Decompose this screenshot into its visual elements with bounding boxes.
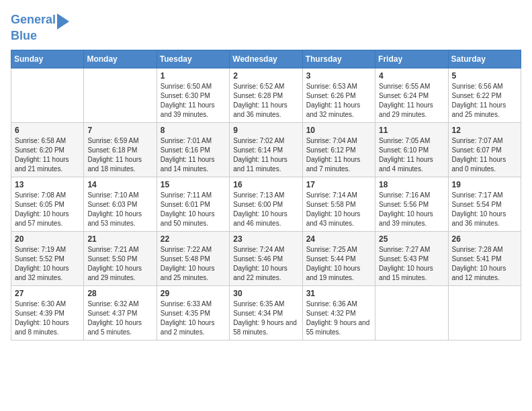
day-info: Sunrise: 6:32 AM Sunset: 4:37 PM Dayligh…: [87, 300, 152, 337]
day-number: 6: [15, 126, 80, 135]
calendar-cell: 8Sunrise: 7:01 AM Sunset: 6:16 PM Daylig…: [157, 122, 229, 177]
calendar-cell: 7Sunrise: 6:59 AM Sunset: 6:18 PM Daylig…: [84, 122, 157, 177]
calendar-cell: 28Sunrise: 6:32 AM Sunset: 4:37 PM Dayli…: [84, 285, 157, 340]
day-info: Sunrise: 7:01 AM Sunset: 6:16 PM Dayligh…: [161, 136, 226, 174]
day-info: Sunrise: 6:33 AM Sunset: 4:35 PM Dayligh…: [161, 300, 226, 337]
calendar-cell: 31Sunrise: 6:36 AM Sunset: 4:32 PM Dayli…: [302, 285, 375, 340]
calendar-cell: 11Sunrise: 7:05 AM Sunset: 6:10 PM Dayli…: [375, 122, 448, 177]
calendar-header-monday: Monday: [84, 50, 157, 68]
calendar-header-tuesday: Tuesday: [157, 50, 229, 68]
day-number: 9: [233, 126, 298, 135]
day-info: Sunrise: 7:10 AM Sunset: 6:03 PM Dayligh…: [87, 191, 152, 228]
calendar-cell: 21Sunrise: 7:21 AM Sunset: 5:50 PM Dayli…: [84, 231, 157, 285]
calendar-cell: 27Sunrise: 6:30 AM Sunset: 4:39 PM Dayli…: [11, 285, 84, 340]
day-number: 25: [379, 234, 444, 244]
logo-subtext: Blue: [11, 30, 37, 43]
day-info: Sunrise: 7:25 AM Sunset: 5:44 PM Dayligh…: [306, 245, 371, 283]
calendar-cell: 17Sunrise: 7:14 AM Sunset: 5:58 PM Dayli…: [302, 177, 375, 231]
calendar-cell: 25Sunrise: 7:27 AM Sunset: 5:43 PM Dayli…: [375, 231, 448, 285]
day-info: Sunrise: 6:35 AM Sunset: 4:34 PM Dayligh…: [233, 300, 298, 337]
calendar-cell: 15Sunrise: 7:11 AM Sunset: 6:01 PM Dayli…: [157, 177, 229, 231]
calendar-cell: 19Sunrise: 7:17 AM Sunset: 5:54 PM Dayli…: [448, 177, 521, 231]
calendar-cell: [375, 285, 448, 340]
calendar-cell: [448, 285, 521, 340]
calendar-week-row: 13Sunrise: 7:08 AM Sunset: 6:05 PM Dayli…: [11, 177, 521, 231]
day-info: Sunrise: 7:02 AM Sunset: 6:14 PM Dayligh…: [233, 136, 298, 174]
day-number: 2: [233, 71, 298, 81]
logo-text: General: [11, 13, 56, 27]
day-info: Sunrise: 7:11 AM Sunset: 6:01 PM Dayligh…: [161, 191, 226, 228]
calendar-header-row: SundayMondayTuesdayWednesdayThursdayFrid…: [11, 50, 521, 68]
calendar-cell: 12Sunrise: 7:07 AM Sunset: 6:07 PM Dayli…: [448, 122, 521, 177]
day-number: 27: [15, 289, 80, 298]
day-number: 16: [233, 180, 298, 189]
day-info: Sunrise: 6:52 AM Sunset: 6:28 PM Dayligh…: [233, 82, 298, 120]
calendar-cell: 22Sunrise: 7:22 AM Sunset: 5:48 PM Dayli…: [157, 231, 229, 285]
calendar-header-friday: Friday: [375, 50, 448, 68]
calendar-cell: 18Sunrise: 7:16 AM Sunset: 5:56 PM Dayli…: [375, 177, 448, 231]
calendar-cell: 5Sunrise: 6:56 AM Sunset: 6:22 PM Daylig…: [448, 68, 521, 122]
calendar-week-row: 6Sunrise: 6:58 AM Sunset: 6:20 PM Daylig…: [11, 122, 521, 177]
day-number: 23: [233, 234, 298, 244]
calendar-cell: 29Sunrise: 6:33 AM Sunset: 4:35 PM Dayli…: [157, 285, 229, 340]
day-number: 29: [161, 289, 226, 298]
calendar-cell: 1Sunrise: 6:50 AM Sunset: 6:30 PM Daylig…: [157, 68, 229, 122]
day-info: Sunrise: 6:30 AM Sunset: 4:39 PM Dayligh…: [15, 300, 80, 337]
day-number: 31: [306, 289, 371, 298]
logo-arrow-icon: [57, 13, 69, 30]
calendar-cell: 20Sunrise: 7:19 AM Sunset: 5:52 PM Dayli…: [11, 231, 84, 285]
calendar-cell: [84, 68, 157, 122]
day-info: Sunrise: 7:27 AM Sunset: 5:43 PM Dayligh…: [379, 245, 444, 283]
day-number: 11: [379, 126, 444, 135]
day-info: Sunrise: 7:17 AM Sunset: 5:54 PM Dayligh…: [452, 191, 517, 228]
day-number: 17: [306, 180, 371, 189]
day-info: Sunrise: 6:56 AM Sunset: 6:22 PM Dayligh…: [452, 82, 517, 120]
day-number: 1: [161, 71, 226, 81]
day-number: 8: [161, 126, 226, 135]
calendar-cell: 9Sunrise: 7:02 AM Sunset: 6:14 PM Daylig…: [230, 122, 302, 177]
day-number: 21: [87, 234, 152, 244]
day-number: 19: [452, 180, 517, 189]
day-number: 12: [452, 126, 517, 135]
day-info: Sunrise: 7:16 AM Sunset: 5:56 PM Dayligh…: [379, 191, 444, 228]
calendar-cell: 4Sunrise: 6:55 AM Sunset: 6:24 PM Daylig…: [375, 68, 448, 122]
day-number: 28: [87, 289, 152, 298]
day-info: Sunrise: 7:13 AM Sunset: 6:00 PM Dayligh…: [233, 191, 298, 228]
day-number: 14: [87, 180, 152, 189]
calendar-header-sunday: Sunday: [11, 50, 84, 68]
calendar-cell: 13Sunrise: 7:08 AM Sunset: 6:05 PM Dayli…: [11, 177, 84, 231]
calendar-header-wednesday: Wednesday: [230, 50, 302, 68]
calendar-table: SundayMondayTuesdayWednesdayThursdayFrid…: [11, 50, 521, 340]
day-info: Sunrise: 7:08 AM Sunset: 6:05 PM Dayligh…: [15, 191, 80, 228]
day-info: Sunrise: 6:55 AM Sunset: 6:24 PM Dayligh…: [379, 82, 444, 120]
day-info: Sunrise: 7:21 AM Sunset: 5:50 PM Dayligh…: [87, 245, 152, 283]
calendar-week-row: 20Sunrise: 7:19 AM Sunset: 5:52 PM Dayli…: [11, 231, 521, 285]
calendar-cell: 23Sunrise: 7:24 AM Sunset: 5:46 PM Dayli…: [230, 231, 302, 285]
calendar-cell: 14Sunrise: 7:10 AM Sunset: 6:03 PM Dayli…: [84, 177, 157, 231]
calendar-week-row: 1Sunrise: 6:50 AM Sunset: 6:30 PM Daylig…: [11, 68, 521, 122]
calendar-cell: 3Sunrise: 6:53 AM Sunset: 6:26 PM Daylig…: [302, 68, 375, 122]
page-header: General Blue: [11, 11, 521, 43]
logo: General Blue: [11, 11, 69, 43]
day-info: Sunrise: 7:24 AM Sunset: 5:46 PM Dayligh…: [233, 245, 298, 283]
day-info: Sunrise: 7:22 AM Sunset: 5:48 PM Dayligh…: [161, 245, 226, 283]
calendar-cell: 10Sunrise: 7:04 AM Sunset: 6:12 PM Dayli…: [302, 122, 375, 177]
day-number: 20: [15, 234, 80, 244]
day-info: Sunrise: 7:05 AM Sunset: 6:10 PM Dayligh…: [379, 136, 444, 174]
day-number: 4: [379, 71, 444, 81]
calendar-cell: 16Sunrise: 7:13 AM Sunset: 6:00 PM Dayli…: [230, 177, 302, 231]
calendar-cell: 26Sunrise: 7:28 AM Sunset: 5:41 PM Dayli…: [448, 231, 521, 285]
day-number: 13: [15, 180, 80, 189]
calendar-header-thursday: Thursday: [302, 50, 375, 68]
day-number: 22: [161, 234, 226, 244]
calendar-cell: [11, 68, 84, 122]
calendar-cell: 24Sunrise: 7:25 AM Sunset: 5:44 PM Dayli…: [302, 231, 375, 285]
day-info: Sunrise: 7:07 AM Sunset: 6:07 PM Dayligh…: [452, 136, 517, 174]
day-number: 5: [452, 71, 517, 81]
day-number: 30: [233, 289, 298, 298]
day-number: 10: [306, 126, 371, 135]
day-number: 15: [161, 180, 226, 189]
calendar-cell: 30Sunrise: 6:35 AM Sunset: 4:34 PM Dayli…: [230, 285, 302, 340]
calendar-cell: 2Sunrise: 6:52 AM Sunset: 6:28 PM Daylig…: [230, 68, 302, 122]
day-info: Sunrise: 6:58 AM Sunset: 6:20 PM Dayligh…: [15, 136, 80, 174]
